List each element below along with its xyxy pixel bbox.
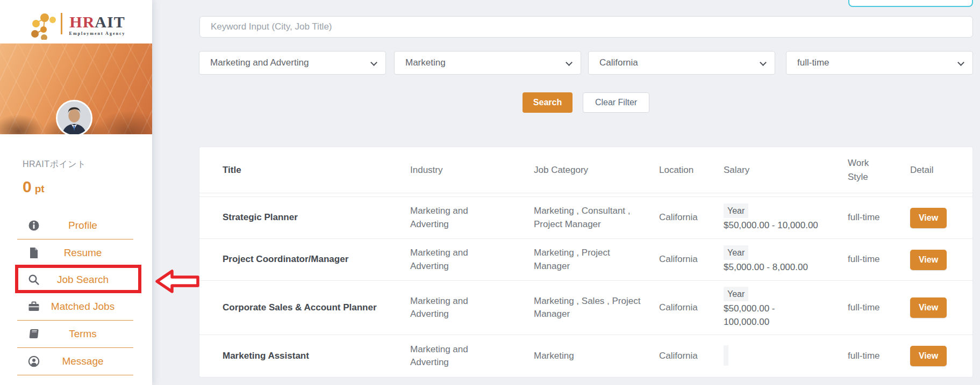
brand-tagline: Employment Agency bbox=[68, 31, 127, 36]
job-location: California bbox=[659, 211, 724, 224]
job-title: Strategic Planner bbox=[223, 211, 410, 224]
salary-amount: $50,000.00 - 10,000.00 bbox=[724, 219, 848, 233]
sidebar-item-matched-jobs[interactable]: Matched Jobs bbox=[0, 293, 152, 320]
job-salary: Year $50,000.00 - 100,000.00 bbox=[724, 287, 848, 329]
sidebar-item-resume[interactable]: Resume bbox=[0, 239, 152, 266]
job-category: Marketing , Consultant , Project Manager bbox=[534, 205, 644, 231]
job-title: Corporate Sales & Account Planner bbox=[223, 301, 410, 315]
job-industry: Marketing and Adverting bbox=[410, 295, 496, 321]
salary-amount: $50,000.00 - bbox=[724, 302, 848, 316]
salary-period-chip: Year bbox=[724, 204, 748, 218]
industry-select-value: Marketing and Adverting bbox=[210, 57, 309, 68]
sidebar-item-label: Profile bbox=[0, 220, 152, 231]
sidebar-item-label: Job Search bbox=[0, 274, 152, 286]
view-button[interactable]: View bbox=[910, 346, 947, 366]
table-row: Corporate Sales & Account Planner Market… bbox=[199, 281, 972, 335]
sidebar-item-label: Matched Jobs bbox=[0, 301, 152, 313]
top-right-button-partial[interactable] bbox=[848, 0, 973, 7]
view-button[interactable]: View bbox=[910, 297, 947, 318]
chevron-down-icon bbox=[370, 59, 377, 66]
info-icon bbox=[28, 220, 40, 231]
location-select[interactable]: California bbox=[588, 51, 775, 75]
sidebar-item-job-search[interactable]: Job Search bbox=[0, 266, 152, 293]
location-select-value: California bbox=[599, 57, 638, 68]
job-work-style: full-time bbox=[848, 253, 910, 266]
sidebar-item-label: Terms bbox=[0, 328, 152, 340]
file-icon bbox=[28, 247, 40, 259]
points-block: HRAITポイント 0pt bbox=[23, 159, 86, 196]
salary-period-chip: Year bbox=[724, 245, 748, 260]
logo[interactable]: HRAIT Employment Agency bbox=[0, 0, 152, 43]
work-style-select-value: full-time bbox=[797, 57, 829, 68]
column-header-detail: Detail bbox=[910, 163, 962, 177]
points-unit: pt bbox=[35, 183, 45, 194]
job-location: California bbox=[659, 301, 724, 315]
job-work-style: full-time bbox=[848, 350, 910, 363]
search-button[interactable]: Search bbox=[523, 92, 573, 113]
job-salary bbox=[724, 345, 848, 367]
sidebar-item-label: Portfolio bbox=[0, 383, 152, 385]
job-category: Marketing , Project Manager bbox=[534, 246, 644, 273]
column-header-work-style: Work Style bbox=[848, 156, 879, 184]
person-icon bbox=[28, 355, 40, 367]
salary-amount: $5,000.00 - 8,000.00 bbox=[724, 261, 848, 274]
table-row: Marketing Assistant Marketing and Advert… bbox=[199, 335, 972, 377]
chevron-down-icon bbox=[957, 59, 964, 66]
sidebar-item-message[interactable]: Message bbox=[0, 348, 152, 375]
salary-period-chip: Year bbox=[724, 287, 748, 301]
sidebar-item-portfolio[interactable]: Portfolio bbox=[0, 375, 152, 385]
salary-amount: 100,000.00 bbox=[724, 316, 848, 329]
column-header-location: Location bbox=[659, 163, 724, 177]
job-category-select-value: Marketing bbox=[405, 57, 446, 68]
sidebar-item-profile[interactable]: Profile bbox=[0, 212, 152, 239]
job-industry: Marketing and Adverting bbox=[410, 343, 496, 369]
clear-filter-button[interactable]: Clear Filter bbox=[583, 92, 649, 113]
job-category: Marketing bbox=[534, 350, 644, 363]
avatar[interactable] bbox=[56, 100, 92, 134]
job-category: Marketing , Sales , Project Manager bbox=[534, 295, 644, 321]
job-salary: Year $5,000.00 - 8,000.00 bbox=[724, 245, 848, 274]
points-value: 0 bbox=[23, 178, 32, 195]
search-icon bbox=[28, 274, 40, 286]
chevron-down-icon bbox=[566, 59, 573, 66]
table-row: Project Coordinator/Manager Marketing an… bbox=[199, 239, 972, 281]
keyword-input[interactable] bbox=[199, 16, 973, 38]
brand-name: HRAIT bbox=[68, 13, 127, 31]
sidebar-item-terms[interactable]: Terms bbox=[0, 321, 152, 347]
view-button[interactable]: View bbox=[910, 208, 947, 228]
profile-banner: Takeda Hiroshi bbox=[0, 43, 152, 134]
column-header-title: Title bbox=[223, 163, 410, 177]
job-salary: Year $50,000.00 - 10,000.00 bbox=[724, 204, 848, 233]
column-header-industry: Industry bbox=[410, 163, 534, 177]
salary-period-chip bbox=[724, 345, 728, 366]
work-style-select[interactable]: full-time bbox=[786, 51, 973, 75]
sidebar-item-label: Message bbox=[0, 355, 152, 367]
column-header-job-category: Job Category bbox=[534, 163, 659, 177]
industry-select[interactable]: Marketing and Adverting bbox=[199, 51, 386, 75]
chevron-down-icon bbox=[760, 59, 767, 66]
column-header-salary: Salary bbox=[724, 163, 848, 177]
job-category-select[interactable]: Marketing bbox=[394, 51, 581, 75]
job-work-style: full-time bbox=[848, 211, 910, 224]
logo-divider-bar bbox=[61, 13, 62, 34]
sidebar-nav: Profile Resume Job Search Matched Jobs T… bbox=[0, 212, 152, 385]
briefcase-icon bbox=[28, 301, 40, 313]
job-title: Project Coordinator/Manager bbox=[223, 253, 410, 266]
job-industry: Marketing and Adverting bbox=[410, 246, 496, 273]
job-work-style: full-time bbox=[848, 301, 910, 315]
sidebar-item-label: Resume bbox=[0, 247, 152, 259]
job-location: California bbox=[659, 253, 724, 266]
job-title: Marketing Assistant bbox=[223, 350, 410, 363]
job-results-table: Title Industry Job Category Location Sal… bbox=[199, 147, 973, 377]
table-row: Strategic Planner Marketing and Advertin… bbox=[199, 197, 972, 239]
book-icon bbox=[28, 328, 40, 340]
sidebar: HRAIT Employment Agency Takeda Hiroshi H… bbox=[0, 0, 152, 385]
red-arrow-annotation bbox=[155, 269, 201, 294]
view-button[interactable]: View bbox=[910, 250, 947, 270]
job-location: California bbox=[659, 350, 724, 363]
points-label: HRAITポイント bbox=[23, 159, 86, 170]
main-content: Marketing and Adverting Marketing Califo… bbox=[152, 0, 980, 385]
job-industry: Marketing and Adverting bbox=[410, 205, 496, 231]
logo-dots-icon bbox=[28, 5, 62, 40]
table-header-row: Title Industry Job Category Location Sal… bbox=[199, 147, 972, 193]
